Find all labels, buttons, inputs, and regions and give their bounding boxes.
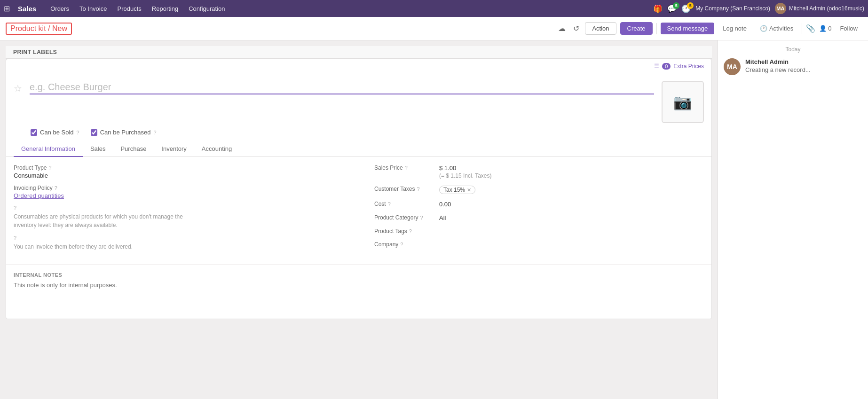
divider-1 [656,23,657,34]
follow-button[interactable]: Follow [835,23,862,34]
sales-price-field: Sales Price ? $ 1.00 (= $ 1.15 Incl. Tax… [374,164,704,179]
extra-field-2: ? You can invoice them before they are d… [14,235,359,251]
list-icon: ☰ [654,63,659,70]
chatter-msg-author: Mitchell Admin [745,58,862,65]
invoicing-policy-field: Invoicing Policy ? Ordered quantities [14,185,359,199]
cost-label: Cost [374,201,386,207]
can-be-sold-input[interactable] [31,129,37,136]
field4-help[interactable]: ? [14,235,16,241]
extra-prices-label: Extra Prices [673,63,704,70]
activities-button[interactable]: 🕐 Activities [755,23,798,34]
right-col: Sales Price ? $ 1.00 (= $ 1.15 Incl. Tax… [359,164,704,257]
can-be-purchased-help: ? [153,130,156,135]
sales-price-help[interactable]: ? [405,165,408,171]
internal-notes-input[interactable] [14,282,704,310]
company-label: Company [374,241,398,248]
chatter-message: MA Mitchell Admin Creating a new record.… [724,58,862,75]
invoicing-policy-help[interactable]: ? [55,185,57,191]
product-type-value: Consumable [14,172,359,179]
checkbox-row: Can be Sold ? Can be Purchased ? [6,127,711,141]
user-menu[interactable]: MA Mitchell Admin (odoo16music) [775,3,864,14]
tab-sales[interactable]: Sales [83,141,113,157]
topnav: ⊞ Sales Orders To Invoice Products Repor… [0,0,868,17]
send-message-button[interactable]: Send message [661,23,715,34]
invoicing-policy-label: Invoicing Policy [14,185,53,191]
print-labels-bar: PRINT LABELS [6,46,712,59]
app-brand[interactable]: Sales [18,5,36,13]
cost-field: Cost ? 0.00 [374,201,704,208]
product-category-help[interactable]: ? [420,215,423,220]
product-type-help[interactable]: ? [49,165,52,171]
can-be-sold-checkbox[interactable]: Can be Sold ? [31,129,79,136]
tab-general-information[interactable]: General Information [14,141,83,157]
extra-prices-button[interactable]: ☰ 0 Extra Prices [654,63,704,70]
divider-2 [802,23,802,34]
paperclip-icon[interactable]: 📎 [806,24,815,33]
product-category-value: All [439,214,446,221]
favorite-star-icon[interactable]: ☆ [14,83,22,94]
tab-accounting[interactable]: Accounting [194,141,239,157]
upload-icon[interactable]: ☁ [556,22,568,35]
nav-to-invoice[interactable]: To Invoice [75,3,112,14]
chat-badge: 5 [673,2,679,9]
product-tags-label: Product Tags [374,228,407,235]
can-be-purchased-label: Can be Purchased [100,129,151,136]
topnav-menu: Orders To Invoice Products Reporting Con… [46,3,651,14]
company-field: Company ? [374,241,704,248]
can-be-sold-help: ? [77,130,79,135]
customer-taxes-help[interactable]: ? [417,186,419,192]
sales-price-incl: (= $ 1.15 Incl. Taxes) [439,172,492,179]
apps-grid-icon[interactable]: ⊞ [4,4,13,13]
field3-help[interactable]: ? [14,205,16,211]
main-layout: PRINT LABELS ☰ 0 Extra Prices ☆ 📷 [0,40,868,399]
create-button[interactable]: Create [620,22,653,35]
consumable-desc-1: Consumables are physical products for wh… [14,212,359,229]
chatter-msg-text: Creating a new record... [745,66,862,73]
nav-orders[interactable]: Orders [46,3,74,14]
tax-badge: Tax 15% ✕ [439,186,475,194]
print-labels-text: PRINT LABELS [13,49,57,55]
activity-badge: 5 [687,2,694,9]
nav-configuration[interactable]: Configuration [184,3,229,14]
can-be-purchased-checkbox[interactable]: Can be Purchased ? [91,129,157,136]
tab-purchase[interactable]: Purchase [113,141,154,157]
breadcrumb-bar: Product kit / New ☁ ↺ Action Create Send… [0,17,868,40]
undo-icon[interactable]: ↺ [571,22,581,35]
left-col: Product Type ? Consumable Invoicing Poli… [14,164,359,257]
followers-button[interactable]: 👤 0 [819,25,831,32]
tabs-row: General Information Sales Purchase Inven… [6,141,711,157]
company-help[interactable]: ? [400,242,403,247]
breadcrumb-actions: ☁ ↺ Action Create Send message Log note … [556,22,862,35]
product-form: ☰ 0 Extra Prices ☆ 📷 Can be Sold ? [6,59,712,319]
tab-inventory[interactable]: Inventory [154,141,194,157]
product-name-area: ☆ 📷 [6,73,711,127]
can-be-purchased-input[interactable] [91,129,97,136]
gift-icon[interactable]: 🎁 [653,4,663,13]
product-type-field: Product Type ? Consumable [14,164,359,179]
extra-prices-row: ☰ 0 Extra Prices [6,59,711,73]
topnav-right: 🎁 💬 5 🕐 5 My Company (San Francisco) MA … [653,3,864,14]
product-name-input[interactable] [30,81,654,94]
nav-reporting[interactable]: Reporting [147,3,183,14]
internal-notes-label: INTERNAL NOTES [14,272,704,278]
product-category-label: Product Category [374,214,418,221]
log-note-button[interactable]: Log note [718,23,751,34]
cost-help[interactable]: ? [388,201,391,207]
chatter-panel: Today MA Mitchell Admin Creating a new r… [718,40,868,399]
customer-taxes-label: Customer Taxes [374,186,415,192]
product-tags-help[interactable]: ? [409,228,412,234]
sales-price-value: $ 1.00 [439,164,492,172]
invoicing-policy-value[interactable]: Ordered quantities [14,192,359,199]
chat-icon[interactable]: 💬 5 [667,4,677,13]
tab-general-content: Product Type ? Consumable Invoicing Poli… [6,157,711,264]
company-name: My Company (San Francisco) [695,5,770,12]
tax-badge-text: Tax 15% [443,187,465,193]
clock-icon[interactable]: 🕐 5 [681,4,691,13]
action-button[interactable]: Action [585,22,616,35]
user-avatar: MA [775,3,786,14]
sales-price-label: Sales Price [374,164,403,171]
tax-remove-icon[interactable]: ✕ [467,187,471,193]
product-image-placeholder[interactable]: 📷 [662,81,704,123]
product-category-field: Product Category ? All [374,214,704,221]
nav-products[interactable]: Products [112,3,146,14]
